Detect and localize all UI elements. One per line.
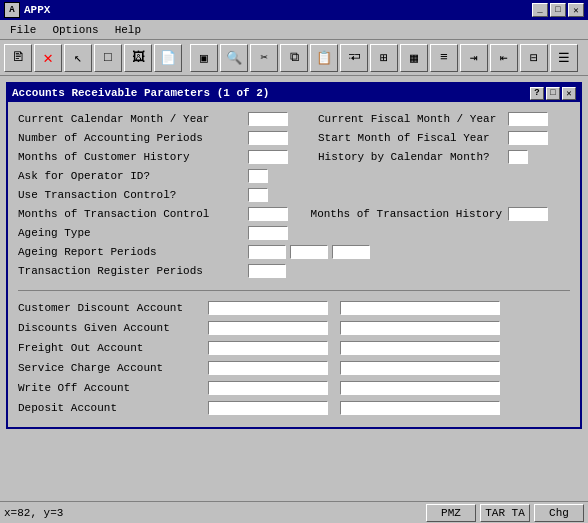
menu-bar: File Options Help — [0, 20, 588, 40]
toolbar-copy-icon[interactable]: ⧉ — [280, 44, 308, 72]
toolbar-outdent-icon[interactable]: ⇤ — [490, 44, 518, 72]
toolbar-sep1 — [184, 44, 188, 72]
title-bar-controls: _ □ ✕ — [532, 3, 584, 17]
input-start-month-fiscal[interactable] — [508, 131, 548, 145]
status-chg-button[interactable]: Chg — [534, 504, 584, 522]
input-service-charge-2[interactable] — [340, 361, 500, 375]
row-accounting-startmonth: Number of Accounting Periods Start Month… — [18, 129, 570, 147]
input-write-off-1[interactable] — [208, 381, 328, 395]
row-ageing-type: Ageing Type — [18, 224, 570, 242]
row-transaction-control: Use Transaction Control? — [18, 186, 570, 204]
app-icon: A — [4, 2, 20, 18]
label-ageing-type: Ageing Type — [18, 227, 248, 239]
input-ageing-period-2[interactable] — [290, 245, 328, 259]
input-accounting-periods[interactable] — [248, 131, 288, 145]
input-discounts-given-1[interactable] — [208, 321, 328, 335]
toolbar-search-icon[interactable]: 🔍 — [220, 44, 248, 72]
toolbar-cursor-icon[interactable]: ↖ — [64, 44, 92, 72]
input-transaction-register-periods[interactable] — [248, 264, 286, 278]
status-pmz-button[interactable]: PMZ — [426, 504, 476, 522]
input-deposit-2[interactable] — [340, 401, 500, 415]
label-deposit: Deposit Account — [18, 402, 208, 414]
toolbar-align-icon[interactable]: ≡ — [430, 44, 458, 72]
label-transaction-register-periods: Transaction Register Periods — [18, 265, 248, 277]
inner-max-button[interactable]: □ — [546, 87, 560, 100]
input-history-calendar-month[interactable] — [508, 150, 528, 164]
label-accounting-periods: Number of Accounting Periods — [18, 132, 248, 144]
input-calendar-month[interactable] — [248, 112, 288, 126]
toolbar: 🖹 ✕ ↖ □ 🖼 📄 ▣ 🔍 ✂ ⧉ 📋 ⮒ ⊞ ▦ ≡ ⇥ ⇤ ⊟ ☰ — [0, 40, 588, 76]
label-fiscal-month-year: Current Fiscal Month / Year — [318, 113, 508, 125]
input-ageing-period-3[interactable] — [332, 245, 370, 259]
toolbar-image-icon[interactable]: 🖼 — [124, 44, 152, 72]
row-transaction-register-periods: Transaction Register Periods — [18, 262, 570, 280]
input-ageing-period-1[interactable] — [248, 245, 286, 259]
input-service-charge-1[interactable] — [208, 361, 328, 375]
minimize-button[interactable]: _ — [532, 3, 548, 17]
input-customer-discount-1[interactable] — [208, 301, 328, 315]
label-ask-operator-id: Ask for Operator ID? — [18, 170, 248, 182]
maximize-button[interactable]: □ — [550, 3, 566, 17]
status-tarta-button[interactable]: TAR TA — [480, 504, 530, 522]
label-ageing-report-periods: Ageing Report Periods — [18, 246, 248, 258]
input-ask-operator-id[interactable] — [248, 169, 268, 183]
status-buttons: PMZ TAR TA Chg — [426, 504, 584, 522]
label-freight-out: Freight Out Account — [18, 342, 208, 354]
toolbar-list-icon[interactable]: ☰ — [550, 44, 578, 72]
input-freight-out-2[interactable] — [340, 341, 500, 355]
inner-close-button[interactable]: ✕ — [562, 87, 576, 100]
toolbar-arrow-icon[interactable]: ⮒ — [340, 44, 368, 72]
account-row-customer-discount: Customer Discount Account — [18, 299, 570, 317]
label-months-transaction-control: Months of Transaction Control — [18, 208, 248, 220]
title-bar-left: A APPX — [4, 2, 50, 18]
toolbar-table-icon[interactable]: ▦ — [400, 44, 428, 72]
label-use-transaction-control: Use Transaction Control? — [18, 189, 248, 201]
toolbar-square-icon[interactable]: □ — [94, 44, 122, 72]
input-deposit-1[interactable] — [208, 401, 328, 415]
input-freight-out-1[interactable] — [208, 341, 328, 355]
toolbar-grid-icon[interactable]: ⊞ — [370, 44, 398, 72]
toolbar-cut-icon[interactable]: ✂ — [250, 44, 278, 72]
label-customer-discount: Customer Discount Account — [18, 302, 208, 314]
inner-window-title: Accounts Receivable Parameters (1 of 2) — [12, 87, 269, 99]
row-transaction-control-history: Months of Transaction Control Months of … — [18, 205, 570, 223]
account-row-deposit: Deposit Account — [18, 399, 570, 417]
input-write-off-2[interactable] — [340, 381, 500, 395]
input-use-transaction-control[interactable] — [248, 188, 268, 202]
input-months-customer-history[interactable] — [248, 150, 288, 164]
close-button[interactable]: ✕ — [568, 3, 584, 17]
label-write-off: Write Off Account — [18, 382, 208, 394]
menu-file[interactable]: File — [2, 22, 44, 38]
title-bar: A APPX _ □ ✕ — [0, 0, 588, 20]
input-months-transaction-control[interactable] — [248, 207, 288, 221]
toolbar-indent-icon[interactable]: ⇥ — [460, 44, 488, 72]
account-row-freight-out: Freight Out Account — [18, 339, 570, 357]
account-row-service-charge: Service Charge Account — [18, 359, 570, 377]
row-customer-history: Months of Customer History History by Ca… — [18, 148, 570, 166]
menu-help[interactable]: Help — [107, 22, 149, 38]
label-calendar-month-year: Current Calendar Month / Year — [18, 113, 248, 125]
account-section: Customer Discount Account Discounts Give… — [18, 290, 570, 417]
input-ageing-type[interactable] — [248, 226, 288, 240]
inner-title-controls: ? □ ✕ — [530, 87, 576, 100]
toolbar-format-icon[interactable]: ⊟ — [520, 44, 548, 72]
input-months-transaction-history[interactable] — [508, 207, 548, 221]
menu-options[interactable]: Options — [44, 22, 106, 38]
input-customer-discount-2[interactable] — [340, 301, 500, 315]
input-discounts-given-2[interactable] — [340, 321, 500, 335]
account-row-discounts-given: Discounts Given Account — [18, 319, 570, 337]
inner-title-bar: Accounts Receivable Parameters (1 of 2) … — [8, 84, 580, 102]
label-history-calendar-month: History by Calendar Month? — [318, 151, 508, 163]
input-fiscal-month[interactable] — [508, 112, 548, 126]
toolbar-paste-icon[interactable]: 📋 — [310, 44, 338, 72]
account-row-write-off: Write Off Account — [18, 379, 570, 397]
row-operator-id: Ask for Operator ID? — [18, 167, 570, 185]
inner-window: Accounts Receivable Parameters (1 of 2) … — [6, 82, 582, 429]
label-discounts-given: Discounts Given Account — [18, 322, 208, 334]
toolbar-new-icon[interactable]: 🖹 — [4, 44, 32, 72]
row-calendar-fiscal: Current Calendar Month / Year Current Fi… — [18, 110, 570, 128]
toolbar-select-icon[interactable]: ▣ — [190, 44, 218, 72]
toolbar-cancel-icon[interactable]: ✕ — [34, 44, 62, 72]
inner-help-button[interactable]: ? — [530, 87, 544, 100]
toolbar-doc-icon[interactable]: 📄 — [154, 44, 182, 72]
